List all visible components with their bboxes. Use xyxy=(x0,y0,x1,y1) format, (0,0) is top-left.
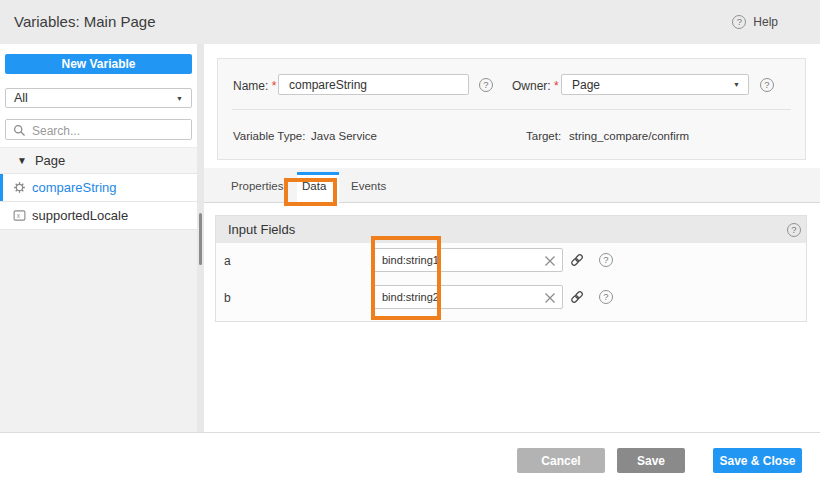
required-asterisk: * xyxy=(272,79,277,93)
filter-dropdown[interactable]: All ▼ xyxy=(5,88,192,108)
service-gear-icon xyxy=(13,181,26,194)
target-value: string_compare/confirm xyxy=(569,130,689,142)
input-fields-title: Input Fields xyxy=(228,222,295,237)
save-button[interactable]: Save xyxy=(617,448,685,473)
owner-value: Page xyxy=(572,78,600,92)
owner-help-icon[interactable]: ? xyxy=(760,78,774,92)
annotation-box-data-tab xyxy=(284,178,337,206)
tree-group-page[interactable]: ▼ Page xyxy=(0,147,197,174)
variable-type-value: Java Service xyxy=(311,130,377,142)
target-label: Target: xyxy=(526,130,561,142)
variable-type-label: Variable Type: xyxy=(233,130,305,142)
input-fields-help-icon[interactable]: ? xyxy=(787,223,801,237)
search-box[interactable] xyxy=(5,119,192,140)
help-button[interactable]: ? Help xyxy=(732,0,778,44)
chevron-down-icon: ▼ xyxy=(733,81,740,88)
cancel-button[interactable]: Cancel xyxy=(517,448,605,473)
save-close-button[interactable]: Save & Close xyxy=(713,448,802,473)
help-icon: ? xyxy=(732,15,746,29)
name-help-icon[interactable]: ? xyxy=(479,78,493,92)
input-fields-panel: Input Fields ? a ? b ? xyxy=(215,215,807,322)
collapse-arrow-icon[interactable]: ▼ xyxy=(17,155,27,166)
tree-group-label: Page xyxy=(35,153,65,168)
sidebar: New Variable All ▼ ▼ Page compareString xyxy=(0,44,197,433)
field-label-b: b xyxy=(224,291,231,305)
new-variable-button[interactable]: New Variable xyxy=(5,54,192,74)
annotation-box-bind-values xyxy=(371,236,441,320)
page-title: Variables: Main Page xyxy=(14,0,155,44)
variable-summary-panel: Name: * ? Owner: * Page ▼ ? Variable Typ… xyxy=(217,58,806,160)
clear-icon[interactable] xyxy=(544,292,556,304)
panel-divider xyxy=(232,109,791,110)
selected-indicator xyxy=(0,174,3,201)
owner-dropdown[interactable]: Page ▼ xyxy=(561,74,749,95)
field-help-icon-b[interactable]: ? xyxy=(599,290,613,304)
input-fields-header: Input Fields ? xyxy=(216,216,806,243)
scrollbar-thumb[interactable] xyxy=(199,213,202,265)
tree-item-comparestring[interactable]: compareString xyxy=(0,174,197,202)
svg-text:x: x xyxy=(17,212,21,219)
search-icon xyxy=(13,124,26,137)
name-label: Name: * xyxy=(233,79,276,93)
filter-value: All xyxy=(14,91,28,105)
footer-divider xyxy=(0,432,820,433)
owner-label: Owner: * xyxy=(512,79,559,93)
tree-item-label: compareString xyxy=(32,180,117,195)
clear-icon[interactable] xyxy=(544,255,556,267)
field-label-a: a xyxy=(224,254,231,268)
tab-properties[interactable]: Properties xyxy=(231,180,283,192)
bind-link-icon[interactable] xyxy=(570,290,584,304)
required-asterisk: * xyxy=(554,79,559,93)
field-help-icon-a[interactable]: ? xyxy=(599,253,613,267)
tree-item-supportedlocale[interactable]: x supportedLocale xyxy=(0,202,197,230)
tree-item-label: supportedLocale xyxy=(32,208,128,223)
tab-events[interactable]: Events xyxy=(351,180,386,192)
bind-link-icon[interactable] xyxy=(570,253,584,267)
search-input[interactable] xyxy=(30,121,189,140)
name-input[interactable] xyxy=(278,74,469,95)
dialog-header: Variables: Main Page ? Help xyxy=(0,0,820,44)
chevron-down-icon: ▼ xyxy=(176,95,183,102)
locale-variable-icon: x xyxy=(13,209,26,222)
sidebar-empty-area xyxy=(0,230,197,433)
help-label: Help xyxy=(753,15,778,29)
